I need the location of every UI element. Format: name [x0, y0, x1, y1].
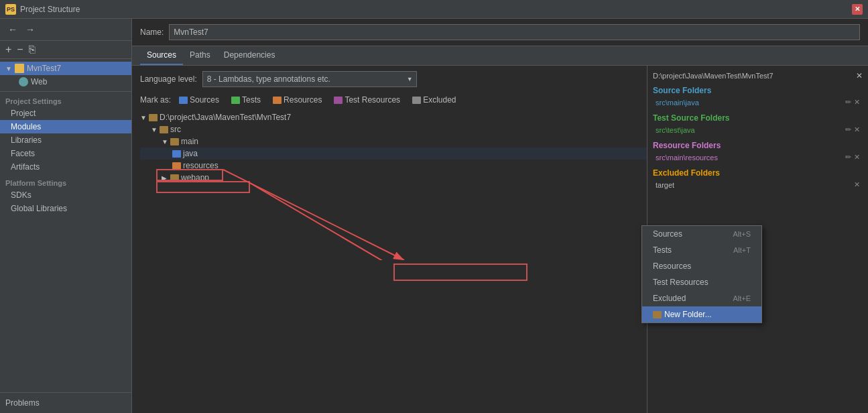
- source-folder-edit-button[interactable]: ✏: [845, 98, 851, 107]
- add-module-button[interactable]: +: [5, 44, 11, 56]
- src-expand-arrow[interactable]: ▼: [151, 126, 158, 133]
- sidebar: ← → + − ⎘ ▼ MvnTest7 Web Project Setting…: [0, 19, 132, 413]
- resource-folders-title: Resource Folders: [653, 141, 863, 150]
- test-source-folder-controls: ✏ ✕: [845, 125, 860, 134]
- test-source-folder-entry: src\test\java ✏ ✕: [653, 124, 863, 135]
- module-item-mvntest7[interactable]: ▼ MvnTest7: [0, 62, 131, 75]
- test-source-folder-remove-button[interactable]: ✕: [854, 125, 860, 134]
- mark-resources-label: Resources: [284, 95, 322, 105]
- module-tree: ▼ MvnTest7 Web: [0, 59, 131, 92]
- remove-module-button[interactable]: −: [17, 44, 23, 56]
- sidebar-item-libraries[interactable]: Libraries: [0, 133, 131, 147]
- sidebar-item-artifacts[interactable]: Artifacts: [0, 160, 131, 174]
- title-bar: PS Project Structure ✕: [0, 0, 868, 19]
- module-web-label: Web: [31, 77, 47, 86]
- mark-excluded-label: Excluded: [423, 95, 456, 105]
- context-menu-tests[interactable]: Tests Alt+T: [642, 242, 761, 258]
- right-panel-header: D:\project\Java\MavenTest\MvnTest7 ✕: [653, 71, 863, 80]
- tab-sources[interactable]: Sources: [140, 46, 183, 65]
- resources-folder-icon2: [172, 162, 181, 170]
- back-button[interactable]: ←: [5, 23, 20, 36]
- tab-dependencies[interactable]: Dependencies: [217, 46, 282, 65]
- context-menu-test-resources[interactable]: Test Resources: [642, 274, 761, 290]
- mark-tests-button[interactable]: Tests: [227, 94, 265, 106]
- app-icon: PS: [5, 4, 16, 15]
- mark-test-resources-button[interactable]: Test Resources: [330, 94, 404, 106]
- resource-folder-edit-button[interactable]: ✏: [845, 153, 851, 162]
- mark-sources-button[interactable]: Sources: [175, 94, 223, 106]
- excluded-folder-remove-button[interactable]: ✕: [854, 180, 860, 189]
- mark-excluded-button[interactable]: Excluded: [408, 94, 460, 106]
- highlight-new-folder: [393, 263, 528, 281]
- close-button[interactable]: ✕: [852, 4, 863, 15]
- sidebar-item-sdks[interactable]: SDKs: [0, 188, 131, 202]
- sidebar-item-facets[interactable]: Facets: [0, 147, 131, 160]
- test-source-folders-title: Test Source Folders: [653, 113, 863, 123]
- module-item-web[interactable]: Web: [0, 75, 131, 88]
- context-menu-sources[interactable]: Sources Alt+S: [642, 226, 761, 242]
- context-resources-label: Resources: [653, 261, 691, 271]
- platform-settings-label: Platform Settings: [0, 174, 131, 188]
- source-folders-title: Source Folders: [653, 86, 863, 95]
- language-level-wrapper: 8 - Lambdas, type annotations etc.: [202, 71, 417, 87]
- mark-resources-button[interactable]: Resources: [269, 94, 326, 106]
- test-source-folder-edit-button[interactable]: ✏: [845, 125, 851, 134]
- context-tests-label: Tests: [653, 245, 672, 255]
- context-menu-resources[interactable]: Resources: [642, 258, 761, 274]
- context-excluded-shortcut: Alt+E: [733, 294, 751, 302]
- web-icon: [19, 77, 28, 86]
- resources-label: resources: [183, 161, 219, 170]
- resource-folder-remove-button[interactable]: ✕: [854, 153, 860, 162]
- excluded-folder-entry: target ✕: [653, 179, 863, 190]
- context-test-resources-label: Test Resources: [653, 278, 708, 287]
- context-excluded-label: Excluded: [653, 294, 686, 303]
- source-folder-remove-button[interactable]: ✕: [854, 98, 860, 107]
- right-panel-close-button[interactable]: ✕: [856, 71, 863, 80]
- context-menu-new-folder[interactable]: New Folder...: [642, 306, 761, 322]
- resource-folder-entry: src\main\resources ✏ ✕: [653, 152, 863, 163]
- context-menu-excluded[interactable]: Excluded Alt+E: [642, 290, 761, 306]
- main-label: main: [181, 137, 198, 146]
- context-tests-shortcut: Alt+T: [733, 246, 751, 254]
- excluded-folder-icon: [412, 97, 421, 104]
- sidebar-item-global-libraries[interactable]: Global Libraries: [0, 202, 131, 215]
- problems-label: Problems: [5, 398, 40, 408]
- resource-folder-controls: ✏ ✕: [845, 153, 860, 162]
- name-row: Name:: [132, 19, 868, 46]
- main-folder-icon: [170, 138, 179, 145]
- sources-folder-icon: [179, 97, 188, 104]
- source-folder-entry-java: src\main\java ✏ ✕: [653, 97, 863, 108]
- mark-sources-label: Sources: [190, 95, 219, 105]
- webapp-folder-icon: [170, 174, 179, 182]
- sidebar-item-project[interactable]: Project: [0, 107, 131, 120]
- new-folder-icon: [653, 311, 662, 318]
- context-new-folder-label: New Folder...: [664, 310, 712, 319]
- copy-module-button[interactable]: ⎘: [29, 44, 36, 56]
- content-area: Name: Sources Paths Dependencies Languag…: [132, 19, 868, 413]
- root-folder-icon: [149, 114, 158, 121]
- src-label: src: [170, 125, 181, 134]
- root-expand-arrow[interactable]: ▼: [140, 114, 147, 121]
- webapp-label: webapp: [181, 173, 209, 182]
- module-name: MvnTest7: [27, 64, 61, 73]
- svg-line-2: [250, 183, 404, 260]
- source-folder-path-java: src\main\java: [656, 99, 699, 107]
- source-folder-controls: ✏ ✕: [845, 98, 860, 107]
- webapp-expand-arrow[interactable]: ▶: [162, 174, 168, 182]
- module-expand-arrow: ▼: [5, 65, 12, 72]
- java-folder-icon: [172, 150, 181, 158]
- module-folder-icon: [15, 64, 24, 73]
- main-expand-arrow[interactable]: ▼: [162, 138, 168, 145]
- tabs-row: Sources Paths Dependencies: [132, 46, 868, 66]
- language-level-select[interactable]: 8 - Lambdas, type annotations etc.: [202, 71, 417, 87]
- excluded-folder-path: target: [656, 181, 674, 189]
- forward-button[interactable]: →: [23, 23, 38, 36]
- sidebar-problems[interactable]: Problems: [0, 392, 131, 413]
- name-input[interactable]: [169, 24, 860, 40]
- window-title: Project Structure: [20, 5, 80, 14]
- sidebar-item-modules[interactable]: Modules: [0, 120, 131, 133]
- tab-paths[interactable]: Paths: [183, 46, 217, 65]
- context-menu: Sources Alt+S Tests Alt+T Resources Test…: [641, 225, 762, 323]
- context-sources-label: Sources: [653, 229, 682, 239]
- name-label: Name:: [140, 27, 164, 37]
